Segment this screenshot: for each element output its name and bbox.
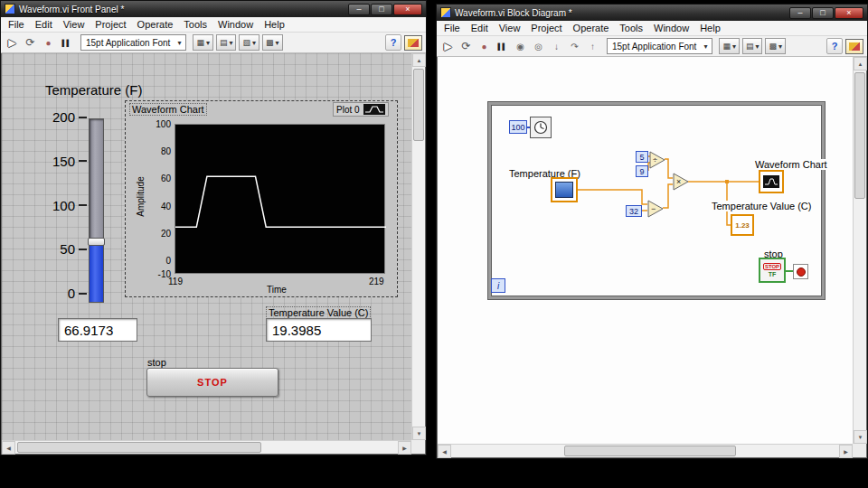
temperature-value-label[interactable]: Temperature Value (C) (266, 306, 371, 319)
context-help-button[interactable]: ? (826, 38, 843, 54)
front-panel-titlebar[interactable]: Waveform.vi Front Panel * – □ × (1, 1, 426, 17)
slider-track[interactable] (89, 118, 104, 303)
slider-handle[interactable] (88, 238, 105, 246)
step-over-button[interactable]: ↷ (567, 39, 582, 54)
constant-5[interactable]: 5 (636, 151, 648, 163)
stop-button[interactable]: STOP (146, 368, 278, 397)
menu-help[interactable]: Help (694, 23, 726, 33)
subtract-function[interactable]: − (647, 200, 664, 218)
temperature-control-terminal[interactable] (551, 177, 578, 202)
wire-temperature[interactable] (578, 190, 647, 204)
temperature-value-display[interactable]: 19.3985 (266, 318, 372, 342)
multiply-function[interactable]: × (673, 173, 689, 191)
slider-terminal-icon (555, 182, 573, 198)
front-panel-vertical-scrollbar[interactable]: ▲ ▼ (411, 53, 425, 440)
distribute-objects-button[interactable]: ▤▾ (216, 34, 237, 51)
loop-condition-terminal[interactable] (793, 264, 808, 279)
horizontal-scroll-thumb[interactable] (564, 446, 736, 456)
menu-edit[interactable]: Edit (466, 23, 494, 33)
scroll-up-icon[interactable]: ▲ (412, 53, 426, 67)
menu-tools[interactable]: Tools (614, 23, 648, 33)
minimize-icon[interactable]: – (789, 7, 811, 19)
maximize-icon[interactable]: □ (371, 4, 392, 15)
scroll-right-icon[interactable]: ▶ (839, 445, 853, 458)
scroll-down-icon[interactable]: ▼ (854, 430, 867, 444)
font-selector-value: 15pt Application Font (86, 38, 170, 48)
menu-view[interactable]: View (58, 19, 90, 30)
align-objects-button[interactable]: ▦▾ (719, 38, 740, 54)
abort-button[interactable]: ● (476, 39, 492, 54)
maximize-icon[interactable]: □ (812, 7, 834, 19)
menu-operate[interactable]: Operate (132, 19, 179, 30)
context-help-button[interactable]: ? (385, 34, 401, 51)
reorder-objects-button[interactable]: ▩▾ (262, 34, 283, 51)
waveform-chart-terminal[interactable] (759, 170, 784, 193)
scroll-up-icon[interactable]: ▲ (854, 57, 867, 70)
clean-up-diagram-button[interactable]: ▩▾ (765, 38, 786, 54)
front-panel-window: Waveform.vi Front Panel * – □ × File Edi… (0, 0, 427, 455)
menu-file[interactable]: File (3, 19, 30, 30)
menu-window[interactable]: Window (212, 19, 259, 30)
labview-app-icon (440, 7, 451, 18)
chevron-down-icon: ▾ (276, 39, 279, 47)
run-continuous-button[interactable]: ⟳ (458, 39, 474, 54)
scrollbar-corner (411, 440, 425, 454)
font-selector[interactable]: 15pt Application Font ▾ (607, 38, 712, 54)
front-panel-horizontal-scrollbar[interactable]: ◀ ▶ (2, 440, 411, 454)
close-icon[interactable]: × (835, 7, 863, 19)
run-button[interactable]: ▶ (440, 39, 456, 54)
wait-until-next-ms-node[interactable] (530, 117, 552, 138)
scroll-left-icon[interactable]: ◀ (2, 441, 15, 455)
menu-file[interactable]: File (439, 23, 466, 33)
highlight-execution-button[interactable]: ◉ (513, 39, 528, 54)
wire-subtract-out[interactable] (663, 184, 673, 208)
menu-project[interactable]: Project (90, 19, 131, 30)
resize-objects-button[interactable]: ▧▾ (239, 34, 259, 51)
temperature-value-indicator-terminal[interactable]: 1.23 (731, 214, 754, 236)
constant-32[interactable]: 32 (626, 205, 642, 217)
menu-help[interactable]: Help (259, 19, 290, 30)
wait-ms-constant[interactable]: 100 (509, 120, 527, 134)
stop-button-terminal[interactable]: STOP TF (759, 258, 786, 283)
step-into-button[interactable]: ↓ (549, 39, 564, 54)
block-diagram-vertical-scrollbar[interactable]: ▲ ▼ (853, 57, 866, 444)
constant-9[interactable]: 9 (636, 165, 648, 177)
scroll-left-icon[interactable]: ◀ (438, 445, 451, 458)
distribute-objects-button[interactable]: ▤▾ (742, 38, 763, 54)
menu-operate[interactable]: Operate (568, 23, 615, 33)
wire-divide-out[interactable] (665, 159, 673, 178)
retain-wire-values-button[interactable]: ◎ (531, 39, 546, 54)
menu-window[interactable]: Window (648, 23, 694, 33)
slider-digital-display[interactable]: 66.9173 (58, 318, 137, 342)
menu-tools[interactable]: Tools (178, 19, 212, 30)
block-diagram-titlebar[interactable]: Waveform.vi Block Diagram * – □ × (437, 5, 867, 21)
minimize-icon[interactable]: – (348, 4, 370, 15)
tick-mark (79, 293, 87, 295)
waveform-chart-terminal-label[interactable]: Waveform Chart (755, 159, 827, 170)
plot-legend[interactable]: Plot 0 (333, 102, 389, 117)
step-out-button[interactable]: ↑ (585, 39, 600, 54)
pause-button[interactable]: ▌▌ (59, 35, 74, 51)
multiply-symbol: × (676, 177, 681, 186)
abort-button[interactable]: ● (41, 35, 56, 51)
menu-edit[interactable]: Edit (30, 19, 58, 30)
block-diagram-horizontal-scrollbar[interactable]: ◀ ▶ (438, 444, 853, 457)
horizontal-scroll-thumb[interactable] (17, 442, 261, 453)
loop-iteration-terminal[interactable]: i (491, 278, 505, 293)
scroll-down-icon[interactable]: ▼ (412, 427, 426, 440)
vertical-scroll-thumb[interactable] (413, 69, 424, 141)
step-into-icon: ↓ (554, 42, 559, 52)
divide-function[interactable]: ÷ (649, 151, 665, 169)
pause-button[interactable]: ▌▌ (495, 39, 510, 54)
menu-view[interactable]: View (494, 23, 526, 33)
waveform-chart-label[interactable]: Waveform Chart (129, 103, 207, 116)
vertical-scroll-thumb[interactable] (854, 72, 865, 199)
scroll-right-icon[interactable]: ▶ (398, 441, 411, 455)
align-objects-button[interactable]: ▦▾ (193, 34, 213, 51)
font-selector[interactable]: 15pt Application Font ▾ (80, 34, 186, 51)
close-icon[interactable]: × (393, 4, 422, 15)
run-button[interactable]: ▶ (5, 35, 20, 51)
run-continuous-button[interactable]: ⟳ (23, 35, 38, 51)
menu-project[interactable]: Project (525, 23, 567, 33)
temperature-value-terminal-label[interactable]: Temperature Value (C) (712, 201, 811, 211)
